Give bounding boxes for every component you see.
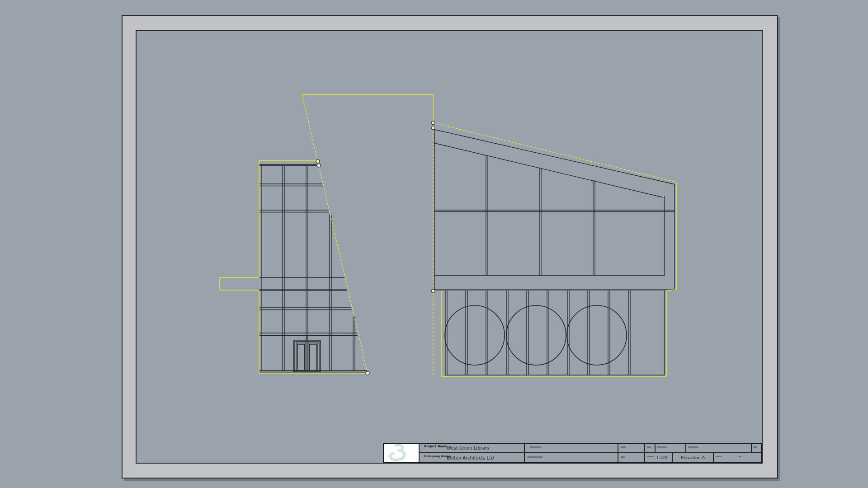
placeholder-dash [739,456,741,457]
scale-cell[interactable]: 1:120 [645,453,672,463]
field-cell[interactable] [618,453,645,463]
view-name-value[interactable]: Elevation A [673,455,713,460]
placeholder-dash [647,446,651,448]
field-cell[interactable] [645,443,655,453]
field-cell[interactable] [713,453,762,463]
company-name-cell[interactable]: Company Name Bolten Architects Ltd [419,453,524,463]
view-name-cell[interactable]: Elevation A [672,453,713,463]
project-name-label: Project Name [424,445,448,448]
placeholder-dash [621,456,625,458]
placeholder-dash [647,456,654,457]
project-name-cell[interactable]: Project Name West Union Library [419,443,524,453]
placeholder-dash [530,446,542,448]
scale-value[interactable]: 1:120 [656,456,667,460]
placeholder-dash [753,446,757,448]
placeholder-dash [657,446,667,448]
placeholder-dash [716,456,722,457]
field-cell[interactable] [524,453,618,463]
logo-cell [383,443,419,463]
placeholder-dash [688,446,698,448]
field-cell[interactable] [751,443,762,453]
application-viewport: Project Name West Union Library Company … [0,0,868,488]
field-cell[interactable] [686,443,751,453]
sheet-drawing-area[interactable] [136,30,763,464]
field-cell[interactable] [655,443,686,453]
field-cell[interactable] [618,443,645,453]
company-name-value[interactable]: Bolten Architects Ltd [447,453,494,463]
title-block: Project Name West Union Library Company … [383,443,762,463]
field-cell[interactable] [524,443,618,453]
company-logo-icon [383,443,418,461]
project-name-value[interactable]: West Union Library [447,443,490,453]
placeholder-dash [621,446,626,448]
placeholder-dash [527,456,542,458]
